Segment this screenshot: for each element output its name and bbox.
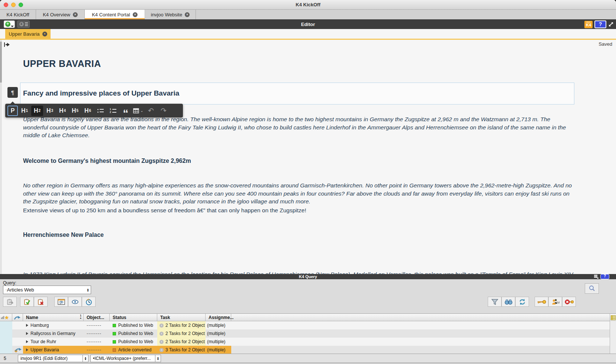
cancel-checkout-button[interactable] bbox=[34, 297, 48, 307]
format-h1-button[interactable]: H1 bbox=[19, 106, 30, 116]
favorite-cell[interactable] bbox=[0, 338, 12, 346]
row-status: Published to Web bbox=[118, 331, 153, 336]
column-header-workflow[interactable] bbox=[12, 314, 23, 321]
format-h6-button[interactable]: H6 bbox=[82, 106, 94, 116]
editor-toolbar: + + Editor vjoon K4 ? bbox=[0, 19, 616, 29]
search-icon bbox=[588, 285, 595, 292]
key-icon bbox=[537, 299, 546, 305]
vjoon-k4-logo[interactable]: vjoon K4 bbox=[584, 21, 593, 28]
table-row[interactable]: Rallycross in Germany -------- Published… bbox=[0, 329, 616, 338]
status-square-orange bbox=[113, 348, 116, 352]
column-header-favorites[interactable]: ★ bbox=[0, 314, 12, 321]
window-title: K4 KickOff bbox=[0, 2, 616, 7]
k4-query-titlebar: K4 Query ? bbox=[0, 274, 616, 279]
panel-title-k4-query: K4 Query bbox=[0, 274, 616, 279]
table-header-row: ★ Name 1 ▲ Object... Status bbox=[0, 314, 616, 321]
format-paragraph-button[interactable]: P bbox=[7, 106, 18, 116]
format-h2-button-active[interactable]: H2 bbox=[31, 106, 43, 116]
revoke-key-button[interactable] bbox=[562, 297, 576, 307]
user-tasks-button[interactable] bbox=[548, 297, 562, 307]
checkout-button-disabled[interactable] bbox=[3, 297, 17, 307]
row-name: Rallycross in Germany bbox=[30, 331, 75, 336]
tab-k4-kickoff[interactable]: K4 KickOff bbox=[0, 10, 36, 19]
preview-button[interactable] bbox=[54, 297, 68, 307]
close-icon[interactable]: × bbox=[73, 12, 78, 17]
format-toolbar: P H1 H2 H3 H4 H5 H6 bbox=[5, 104, 183, 117]
text-flow-icon[interactable] bbox=[4, 42, 10, 47]
bullet-list-icon[interactable] bbox=[94, 106, 106, 116]
row-object: -------- bbox=[84, 346, 110, 354]
close-icon[interactable]: × bbox=[185, 12, 190, 17]
format-h4-button[interactable]: H4 bbox=[57, 106, 68, 116]
insert-table-icon[interactable]: ⌄ bbox=[132, 106, 144, 116]
tab-label: K4 Content Portal bbox=[92, 12, 130, 17]
column-chooser-icon bbox=[611, 315, 616, 320]
redo-button[interactable]: ↷ bbox=[158, 106, 170, 116]
blockquote-icon[interactable]: “ bbox=[120, 106, 132, 116]
workspace-select[interactable]: •ICML-Workspace+ (preferr... ▲▼ bbox=[90, 355, 161, 362]
table-scrollbar-track[interactable] bbox=[610, 321, 616, 354]
table-row-selected[interactable]: Upper Bavaria -------- Article converted… bbox=[0, 346, 616, 354]
query-select[interactable]: ◦ Articles Web ▲▼ bbox=[3, 286, 91, 294]
disclosure-triangle-icon[interactable] bbox=[26, 324, 28, 327]
row-status: Article converted bbox=[118, 347, 151, 352]
favorite-cell[interactable] bbox=[0, 321, 12, 329]
numbered-list-icon[interactable]: 1 2 bbox=[107, 106, 119, 116]
help-button[interactable]: ? bbox=[600, 274, 609, 279]
search-mode-button[interactable] bbox=[585, 283, 599, 294]
format-h3-button[interactable]: H3 bbox=[44, 106, 56, 116]
tab-k4-content-portal-active[interactable]: K4 Content Portal × bbox=[85, 10, 145, 19]
column-header-task[interactable]: Task bbox=[157, 314, 206, 321]
article-paragraph-1[interactable]: Upper Bavaria is hugely varied as are th… bbox=[23, 115, 574, 139]
paragraph-handle-button[interactable]: ¶ bbox=[7, 87, 18, 98]
article-heading-zugspitze[interactable]: Welcome to Germany's highest mountain Zu… bbox=[23, 158, 191, 164]
disclosure-triangle-icon[interactable] bbox=[26, 340, 28, 343]
column-header-status[interactable]: Status bbox=[110, 314, 157, 321]
document-tab-upper-bavaria[interactable]: Upper Bavaria × bbox=[5, 29, 51, 39]
editor-canvas[interactable]: Saved UPPER BAVARIA Fancy and impressive… bbox=[0, 40, 616, 274]
assign-key-button[interactable] bbox=[535, 297, 548, 307]
editor-scrollbar-thumb[interactable] bbox=[0, 42, 2, 83]
article-paragraph-2b[interactable]: Extensive views of up to 250 km and a bo… bbox=[23, 206, 574, 215]
panel-menu-icon[interactable] bbox=[594, 275, 598, 278]
favorite-cell[interactable] bbox=[0, 346, 12, 354]
table-row[interactable]: Hamburg -------- Published to Web ›2 Tas… bbox=[0, 321, 616, 329]
checkin-button[interactable] bbox=[20, 297, 34, 307]
disclosure-triangle-icon[interactable] bbox=[26, 332, 28, 335]
column-header-name[interactable]: Name 1 ▲ bbox=[23, 314, 84, 321]
editor-scrollbar-track[interactable] bbox=[0, 40, 2, 274]
article-heading-herrenchiemsee[interactable]: Herrenchiemsee New Palace bbox=[23, 232, 104, 238]
tab-label: invjoo Website bbox=[151, 12, 182, 17]
app-window: K4 KickOff K4 KickOff K4 Overview × K4 C… bbox=[0, 0, 616, 364]
format-h5-button[interactable]: H5 bbox=[69, 106, 81, 116]
help-button[interactable]: ? bbox=[594, 20, 606, 28]
view-button[interactable] bbox=[68, 297, 82, 307]
history-button[interactable] bbox=[82, 297, 96, 307]
column-header-assignment[interactable]: Assignme... bbox=[206, 314, 231, 321]
close-icon[interactable]: × bbox=[133, 12, 138, 17]
user-select[interactable]: invjoo 9R1 (Eddi Editor) ▲▼ bbox=[18, 355, 88, 362]
refresh-button[interactable] bbox=[515, 297, 529, 307]
column-chooser-button[interactable] bbox=[610, 314, 616, 321]
filter-button[interactable] bbox=[488, 297, 501, 307]
window-bottom-edge bbox=[0, 363, 616, 364]
find-button[interactable] bbox=[501, 297, 515, 307]
h-sub: 2 bbox=[39, 109, 41, 113]
article-paragraph-3-clipped[interactable]: In 1873 King Ludwig II of Bavaria acquir… bbox=[23, 270, 574, 274]
document-tab-label: Upper Bavaria bbox=[9, 31, 39, 37]
disclosure-triangle-icon[interactable] bbox=[26, 348, 28, 351]
close-icon[interactable]: × bbox=[42, 32, 47, 36]
article-paragraph-2[interactable]: No other region in Germany offers as man… bbox=[23, 181, 574, 206]
column-header-object[interactable]: Object... bbox=[84, 314, 110, 321]
clipboard-check-icon bbox=[23, 299, 31, 305]
tab-k4-overview[interactable]: K4 Overview × bbox=[36, 10, 85, 19]
expand-panel-icon[interactable] bbox=[608, 22, 614, 27]
row-object: -------- bbox=[84, 338, 110, 346]
favorite-cell[interactable] bbox=[0, 329, 12, 338]
row-object: -------- bbox=[84, 321, 110, 329]
users-wrench-icon bbox=[551, 299, 560, 305]
table-row[interactable]: Tour de Ruhr -------- Published to Web ›… bbox=[0, 338, 616, 346]
tab-invjoo-website[interactable]: invjoo Website × bbox=[145, 10, 196, 19]
undo-button[interactable]: ↶ bbox=[145, 106, 157, 116]
task-chevron-icon: › bbox=[159, 340, 164, 344]
